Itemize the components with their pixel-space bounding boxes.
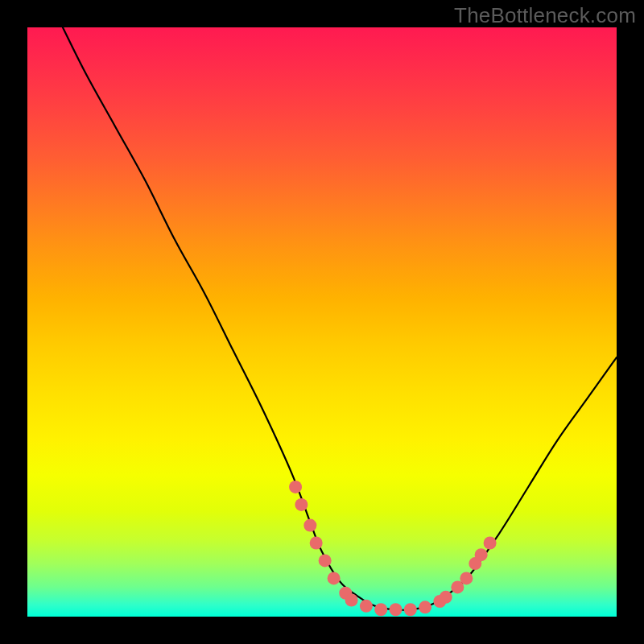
curve-line [63, 27, 617, 610]
marker-dot [345, 594, 358, 607]
marker-dot [310, 537, 323, 550]
marker-dot [390, 603, 402, 616]
marker-dot [440, 591, 452, 604]
chart-frame: TheBottleneck.com [0, 0, 644, 644]
plot-area [27, 27, 617, 617]
marker-dot [319, 554, 332, 567]
marker-dot [289, 481, 302, 493]
marker-dot [374, 603, 387, 616]
watermark-text: TheBottleneck.com [454, 3, 636, 28]
marker-dot [475, 548, 488, 561]
marker-dot [404, 603, 417, 616]
marker-dot [328, 572, 341, 584]
marker-dot [295, 498, 308, 511]
marker-dot [303, 519, 316, 532]
chart-svg [27, 27, 617, 617]
marker-dot [484, 537, 497, 550]
marker-dot [360, 600, 373, 613]
marker-dot [419, 601, 431, 613]
marker-dot [460, 572, 473, 584]
